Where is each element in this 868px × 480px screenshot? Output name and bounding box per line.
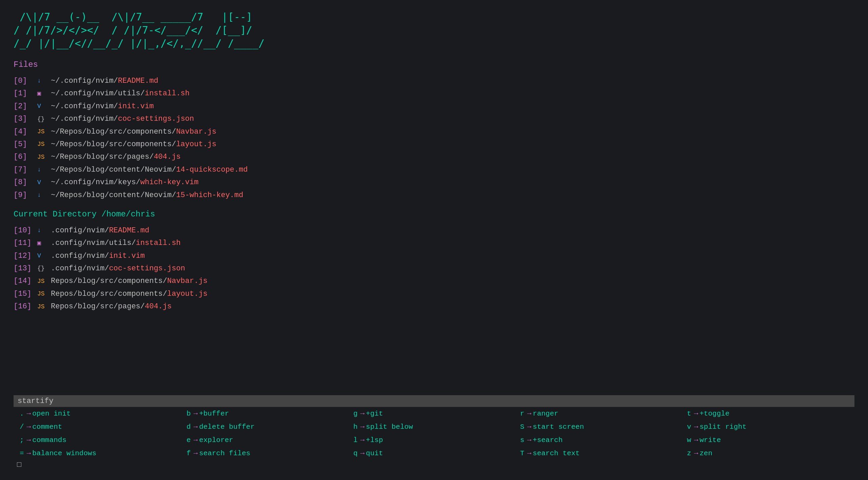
file-index: [9] (14, 189, 37, 201)
file-path-link: layout.js (176, 138, 217, 151)
keybind-arrow: → (27, 423, 31, 431)
keybind-key: S (520, 423, 525, 431)
file-path-prefix: ~/Repos/blog/src/components/ (51, 138, 176, 151)
file-path-prefix: ~/.config/nvim/ (51, 75, 118, 87)
file-icon: ↓ (37, 225, 51, 236)
file-index: [3] (14, 113, 37, 125)
file-icon: JS (37, 127, 51, 137)
keybind-item: f → search files (184, 449, 350, 458)
file-path-prefix: ~/Repos/blog/src/components/ (51, 126, 176, 138)
keybind-arrow: → (194, 449, 198, 457)
keybind-key: ; (20, 436, 24, 444)
keybind-arrow: → (360, 449, 365, 457)
keybind-row-4: = → balance windows f → search files q →… (14, 447, 854, 460)
file-path-prefix: ~/.config/nvim/ (51, 113, 118, 125)
keybind-key: l (353, 436, 358, 444)
file-icon: JS (37, 289, 51, 299)
file-entry: [1] ▣ ~/.config/nvim/utils/install.sh (14, 87, 854, 100)
file-icon: V (37, 251, 51, 261)
terminal: /\|/7 __(-)__ /\|/7__ _____/7 |[--] / /|… (0, 0, 868, 480)
file-path-prefix: ~/.config/nvim/utils/ (51, 87, 145, 100)
file-index: [14] (14, 275, 37, 287)
file-entry: [10] ↓ .config/nvim/README.md (14, 224, 854, 237)
keybind-arrow: → (527, 410, 531, 418)
file-path-prefix: Repos/blog/src/components/ (51, 275, 167, 287)
file-path-link: 404.js (154, 151, 181, 163)
file-path-link: install.sh (136, 237, 181, 249)
file-index: [6] (14, 151, 37, 163)
file-entry: [8] V ~/.config/nvim/keys/which-key.vim (14, 176, 854, 189)
file-index: [5] (14, 138, 37, 151)
keybind-action: balance windows (32, 449, 96, 457)
file-entry: [15] JS Repos/blog/src/components/layout… (14, 288, 854, 300)
keybind-item: S → start screen (518, 422, 684, 431)
keybind-action: explorer (199, 436, 233, 444)
file-index: [4] (14, 126, 37, 138)
file-entry: [0] ↓ ~/.config/nvim/README.md (14, 75, 854, 87)
file-icon: {} (37, 114, 51, 124)
keybind-action: search text (533, 449, 580, 457)
main-content: /\|/7 __(-)__ /\|/7__ _____/7 |[--] / /|… (14, 10, 854, 395)
keybind-key: r (520, 410, 525, 418)
file-path-link: init.vim (109, 250, 145, 262)
file-path-prefix: ~/Repos/blog/content/Neovim/ (51, 189, 176, 201)
file-path-prefix: Repos/blog/src/components/ (51, 288, 167, 300)
keybind-arrow: → (27, 436, 31, 444)
file-index: [16] (14, 300, 37, 313)
keybind-item: s → +search (518, 436, 684, 445)
file-path-link: install.sh (145, 87, 189, 100)
keybind-key: . (20, 410, 24, 418)
file-index: [15] (14, 288, 37, 300)
keybind-item: / → comment (17, 422, 184, 431)
file-path-prefix: ~/Repos/blog/content/Neovim/ (51, 164, 176, 176)
keybind-key: v (687, 423, 691, 431)
file-path-link: Navbar.js (167, 275, 207, 287)
keybind-action: +git (366, 410, 383, 418)
file-icon: V (37, 101, 51, 112)
keybind-row-3: ; → commands e → explorer l → +lsp s → +… (14, 434, 854, 447)
file-entry: [11] ▣ .config/nvim/utils/install.sh (14, 237, 854, 249)
keybind-key: = (20, 449, 24, 457)
file-index: [10] (14, 224, 37, 237)
keybind-action: +toggle (700, 410, 729, 418)
file-path-link: which-key.vim (140, 176, 199, 189)
file-icon: ↓ (37, 190, 51, 200)
keybind-arrow: → (694, 423, 698, 431)
keybind-item: ; → commands (17, 436, 184, 445)
keybind-arrow: → (27, 410, 31, 418)
keybind-item: w → write (684, 436, 851, 445)
file-icon: ▣ (37, 89, 51, 99)
keybind-action: split right (700, 423, 747, 431)
file-path-link: init.vim (118, 100, 154, 113)
keybind-item: . → open init (17, 409, 184, 418)
file-entry: [13] {} .config/nvim/coc-settings.json (14, 262, 854, 275)
file-index: [8] (14, 176, 37, 189)
current-dir-path: /home/chris (101, 210, 155, 219)
keybind-key: g (353, 410, 358, 418)
keybind-item: T → search text (518, 449, 684, 458)
ascii-art: /\|/7 __(-)__ /\|/7__ _____/7 |[--] / /|… (14, 10, 854, 50)
file-icon: ↓ (37, 76, 51, 86)
keybind-arrow: → (27, 449, 31, 457)
keybind-key: z (687, 449, 691, 457)
keybind-arrow: → (527, 449, 531, 457)
keybind-action: +search (533, 436, 563, 444)
files-header: Files (14, 60, 854, 69)
file-icon: JS (37, 139, 51, 150)
file-index: [0] (14, 75, 37, 87)
keybind-key: e (186, 436, 191, 444)
keybind-key: q (353, 449, 358, 457)
file-path-prefix: .config/nvim/utils/ (51, 237, 136, 249)
file-path-prefix: ~/.config/nvim/ (51, 100, 118, 113)
file-index: [12] (14, 250, 37, 262)
file-path-link: layout.js (167, 288, 207, 300)
file-entry: [12] V .config/nvim/init.vim (14, 250, 854, 262)
keybind-key: f (186, 449, 191, 457)
keybind-item: z → zen (684, 449, 851, 458)
keybind-action: start screen (533, 423, 584, 431)
file-path-link: Navbar.js (176, 126, 217, 138)
keybind-arrow: → (527, 436, 531, 444)
keybind-item: g → +git (350, 409, 517, 418)
keybind-arrow: → (360, 436, 365, 444)
keybind-key: d (186, 423, 191, 431)
